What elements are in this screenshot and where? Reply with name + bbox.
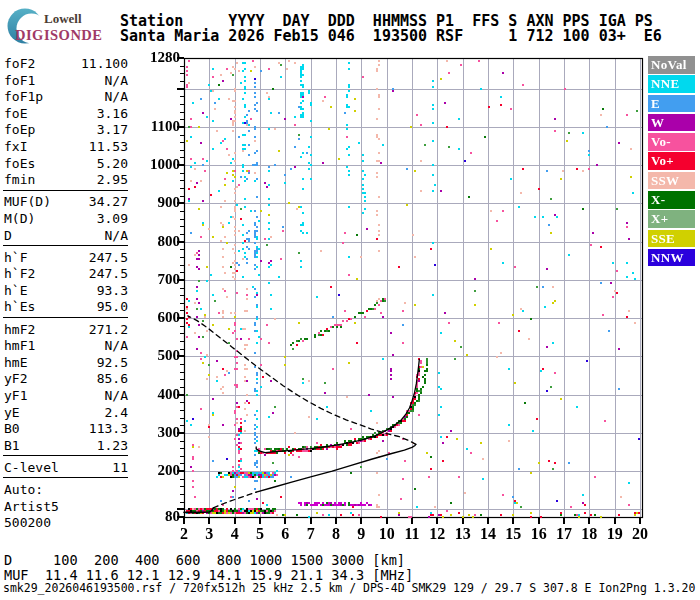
panel-separator	[3, 317, 128, 318]
param-label: foF1p	[4, 89, 43, 104]
legend-item-vo: Vo+	[648, 152, 695, 170]
param-row: hmF1N/A	[4, 338, 128, 354]
param-row: fmin2.95	[4, 172, 128, 188]
logo-digisonde-text: DIGISONDE	[15, 27, 103, 44]
muf-distance-row: D 100 200 400 600 800 1000 1500 3000 [km…	[4, 552, 405, 568]
param-value: 34.27	[89, 194, 128, 209]
y-tick-label: 300	[138, 424, 180, 441]
param-label: foF2	[4, 56, 35, 71]
legend-item-vo: Vo-	[648, 133, 695, 151]
digisonde-ionogram-screen: Lowell DIGISONDE Station YYYY DAY DDD HH…	[0, 0, 700, 600]
param-label: foE	[4, 106, 27, 121]
panel-separator	[3, 190, 128, 191]
y-tick-label: 800	[138, 233, 180, 250]
param-row: B11.23	[4, 438, 128, 454]
param-value: 113.3	[89, 421, 128, 436]
param-label: hmF2	[4, 322, 35, 337]
y-tick-label: 200	[138, 462, 180, 479]
param-row: hmE92.5	[4, 355, 128, 371]
param-value: 247.5	[89, 266, 128, 281]
y-tick-label: 500	[138, 347, 180, 364]
param-value: 11.53	[89, 139, 128, 154]
param-value: N/A	[105, 338, 128, 353]
param-value: 3.09	[97, 211, 128, 226]
param-row: foF1N/A	[4, 73, 128, 89]
legend-item-nne: NNE	[648, 75, 695, 93]
param-label: foEs	[4, 156, 35, 171]
param-label: Auto:	[4, 482, 43, 497]
param-value: N/A	[105, 228, 128, 243]
param-label: hmE	[4, 355, 27, 370]
ionogram-plot: 12801100100090080070060050040030020080 2…	[150, 48, 698, 553]
legend-item-x: X+	[648, 210, 695, 228]
param-row: Auto:	[4, 482, 128, 498]
param-value: 93.3	[97, 283, 128, 298]
param-label: D	[4, 228, 12, 243]
param-row: h`F2247.5	[4, 266, 128, 282]
param-label: 500200	[4, 515, 51, 530]
param-value: 95.0	[97, 299, 128, 314]
param-value: N/A	[105, 388, 128, 403]
param-value: 5.20	[97, 156, 128, 171]
param-row: DN/A	[4, 228, 128, 244]
param-row: MUF(D)34.27	[4, 194, 128, 210]
y-tick-label: 400	[138, 386, 180, 403]
param-value: 11.100	[81, 56, 128, 71]
legend-item-noval: NoVal	[648, 56, 695, 74]
param-row: hmF2271.2	[4, 322, 128, 338]
param-value: 247.5	[89, 250, 128, 265]
param-label: B0	[4, 421, 20, 436]
param-label: M(D)	[4, 211, 35, 226]
panel-separator	[3, 245, 128, 246]
param-row: foF211.100	[4, 56, 128, 72]
param-value: N/A	[105, 73, 128, 88]
ionogram-canvas	[150, 48, 650, 548]
param-label: h`F	[4, 250, 27, 265]
param-row: foF1pN/A	[4, 89, 128, 105]
param-label: hmF1	[4, 338, 35, 353]
panel-separator	[3, 455, 128, 456]
param-label: fxI	[4, 139, 27, 154]
x-tick-label: 20	[625, 525, 655, 543]
param-label: h`F2	[4, 266, 35, 281]
param-value: 3.17	[97, 122, 128, 137]
param-label: Artist5	[4, 499, 59, 514]
echo-status-legend: NoValNNEEWVo-Vo+SSWX-X+SSENNW	[648, 56, 698, 268]
param-row: yE2.4	[4, 405, 128, 421]
legend-item-sse: SSE	[648, 230, 695, 248]
logo-lowell-text: Lowell	[44, 11, 82, 27]
param-value: 271.2	[89, 322, 128, 337]
param-value: 1.23	[97, 438, 128, 453]
y-tick-label: 700	[138, 271, 180, 288]
param-value: 11	[112, 460, 128, 475]
param-label: foF1	[4, 73, 35, 88]
param-row: h`F247.5	[4, 250, 128, 266]
y-tick-label: 1000	[138, 156, 180, 173]
header-station-values: Santa Maria 2026 Feb15 046 193500 RSF 1 …	[120, 27, 662, 45]
param-row: B0113.3	[4, 421, 128, 437]
y-tick-label: 600	[138, 309, 180, 326]
param-label: yE	[4, 405, 20, 420]
param-label: MUF(D)	[4, 194, 51, 209]
y-tick-label: 1100	[138, 118, 180, 135]
legend-item-w: W	[648, 114, 695, 132]
legend-item-e: E	[648, 95, 695, 113]
param-row: foEp3.17	[4, 122, 128, 138]
param-row: h`Es95.0	[4, 299, 128, 315]
param-row: C-level11	[4, 460, 128, 476]
param-label: h`Es	[4, 299, 35, 314]
param-value: 92.5	[97, 355, 128, 370]
param-value: N/A	[105, 89, 128, 104]
param-row: h`E93.3	[4, 283, 128, 299]
param-value: 2.95	[97, 172, 128, 187]
param-label: foEp	[4, 122, 35, 137]
y-tick-label: 900	[138, 194, 180, 211]
param-value: 85.6	[97, 371, 128, 386]
param-label: fmin	[4, 172, 35, 187]
param-row: Artist5	[4, 499, 128, 515]
lowell-digisonde-logo: Lowell DIGISONDE	[4, 2, 119, 50]
legend-item-ssw: SSW	[648, 172, 695, 190]
legend-item-x: X-	[648, 191, 695, 209]
param-label: yF2	[4, 371, 27, 386]
param-row: foEs5.20	[4, 156, 128, 172]
